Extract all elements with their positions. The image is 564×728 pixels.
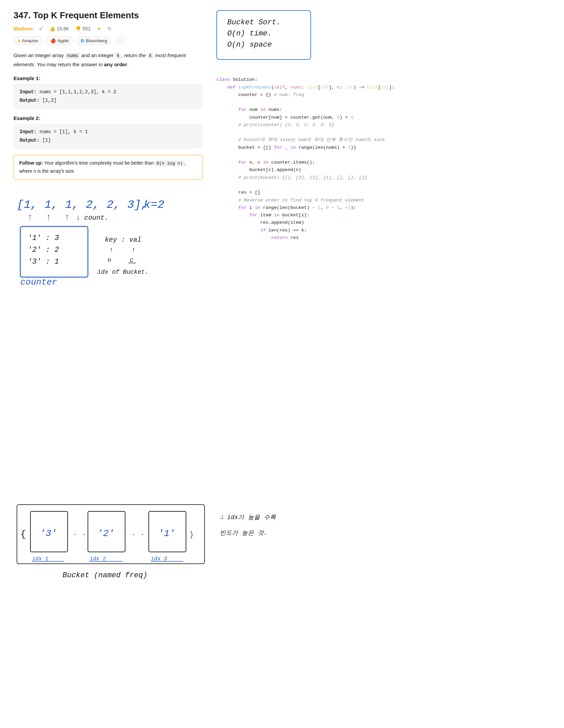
refresh-icon: ↻: [108, 26, 112, 31]
svg-text:↑: ↑: [132, 246, 135, 253]
title-text: Top K Frequent Elements: [33, 10, 139, 20]
bucket-note-line1: ∴ idx가 높을 수록: [220, 511, 550, 524]
tag-bloomberg[interactable]: B Bloomberg: [76, 37, 111, 45]
svg-text:'2': '2': [97, 528, 114, 539]
example1-title: Example 1:: [14, 75, 203, 81]
svg-text:Bucket (named freq): Bucket (named freq): [63, 571, 147, 580]
followup-label: Follow up:: [19, 160, 43, 166]
amazon-icon: a: [18, 38, 20, 43]
star-item: ★: [97, 25, 101, 32]
apple-icon: 🍎: [50, 38, 56, 43]
tag-apple[interactable]: 🍎 Apple: [46, 37, 73, 45]
svg-text:c: c: [130, 257, 134, 264]
page-layout: 347. Top K Frequent Elements Medium ✓ 👍 …: [14, 10, 550, 494]
likes-stat: 👍 15.8K: [49, 26, 69, 31]
bucket-sort-note: Bucket Sort. O(n) time. O(n) space: [216, 10, 311, 60]
tag-amazon[interactable]: a Amazon: [14, 37, 43, 45]
handwritten-diagram: [1, 1, 1, 2, 2, 3], k=2 ↑ ↑ ↑ ↓ count. '…: [14, 189, 203, 493]
handwritten-area: [1, 1, 1, 2, 2, 3], k=2 ↑ ↑ ↑ ↓ count. '…: [14, 189, 203, 494]
bucket-visual: { '3' idx 1 · · '2' idx 2 · · · '1' idx …: [14, 501, 210, 583]
svg-text:n: n: [108, 257, 111, 264]
svg-text:↓ count.: ↓ count.: [76, 214, 109, 222]
followup-text: Your algorithm's time complexity must be…: [19, 160, 186, 174]
example1-box: Input: nums = [1,1,1,2,2,3], k = 2 Outpu…: [14, 84, 203, 109]
svg-text:k=2: k=2: [144, 198, 164, 211]
svg-text:'1': '1': [158, 528, 175, 539]
svg-text:'3': '3': [40, 528, 57, 539]
svg-text:counter: counter: [20, 277, 57, 287]
svg-text:'3' : 1: '3' : 1: [28, 258, 59, 266]
bucket-sort-line1: Bucket Sort.: [227, 18, 300, 27]
svg-text:'1' : 3: '1' : 3: [28, 234, 59, 242]
svg-text:{: {: [20, 529, 26, 539]
tags-row: a Amazon 🍎 Apple B Bloomberg ···: [14, 37, 203, 45]
check-icon-item: ✓: [39, 25, 43, 32]
problem-description: Given an integer array nums and an integ…: [14, 51, 203, 69]
bucket-sort-line3: O(n) space: [227, 41, 300, 49]
tag-bloomberg-label: Bloomberg: [86, 38, 107, 43]
left-panel: 347. Top K Frequent Elements Medium ✓ 👍 …: [14, 10, 203, 494]
more-tags-button[interactable]: ···: [115, 37, 126, 45]
example2-box: Input: nums = [1], k = 1 Output: [1]: [14, 124, 203, 149]
tag-amazon-label: Amazon: [22, 38, 38, 43]
svg-text:idx of Bucket.: idx of Bucket.: [97, 269, 148, 275]
bucket-diagram-svg: { '3' idx 1 · · '2' idx 2 · · · '1' idx …: [14, 501, 210, 582]
dislikes-stat: 👎 551: [75, 26, 90, 31]
example2-title: Example 2:: [14, 115, 203, 121]
svg-text:}: }: [189, 531, 194, 539]
followup-box: Follow up: Your algorithm's time complex…: [14, 155, 203, 180]
right-panel: Bucket Sort. O(n) time. O(n) space class…: [216, 10, 550, 242]
problem-title: 347. Top K Frequent Elements: [14, 10, 203, 21]
bucket-note-line2: 빈도가 높은 것.: [220, 527, 550, 539]
difficulty-row: Medium ✓ 👍 15.8K 👎 551 ★ ↻: [14, 25, 203, 32]
bucket-sort-line2: O(n) time.: [227, 29, 300, 38]
svg-text:↑: ↑: [110, 246, 113, 253]
tag-apple-label: Apple: [57, 38, 69, 43]
svg-text:↑: ↑: [65, 212, 69, 222]
refresh-item: ↻: [108, 26, 112, 31]
code-block: class Solution: def topKFrequent(self, n…: [216, 69, 550, 242]
check-icon: ✓: [39, 25, 43, 32]
svg-text:[1, 1, 1, 2, 2, 3],: [1, 1, 1, 2, 2, 3],: [17, 198, 148, 211]
svg-text:↑: ↑: [28, 212, 32, 222]
dislikes-count: 551: [83, 26, 90, 31]
svg-text:key : val: key : val: [105, 236, 141, 244]
svg-text:· ·: · ·: [73, 531, 86, 539]
bucket-note-right: ∴ idx가 높을 수록 빈도가 높은 것.: [220, 501, 550, 539]
svg-text:↑: ↑: [46, 212, 51, 222]
bottom-section: { '3' idx 1 · · '2' idx 2 · · · '1' idx …: [14, 501, 550, 583]
thumbdown-icon: 👎: [75, 26, 81, 31]
likes-count: 15.8K: [57, 26, 69, 31]
thumbup-icon: 👍: [49, 26, 55, 31]
star-icon: ★: [97, 25, 101, 32]
svg-text:'2' : 2: '2' : 2: [28, 246, 59, 254]
difficulty-badge: Medium: [14, 26, 33, 31]
bloomberg-icon: B: [81, 38, 84, 43]
problem-number: 347.: [14, 10, 31, 20]
